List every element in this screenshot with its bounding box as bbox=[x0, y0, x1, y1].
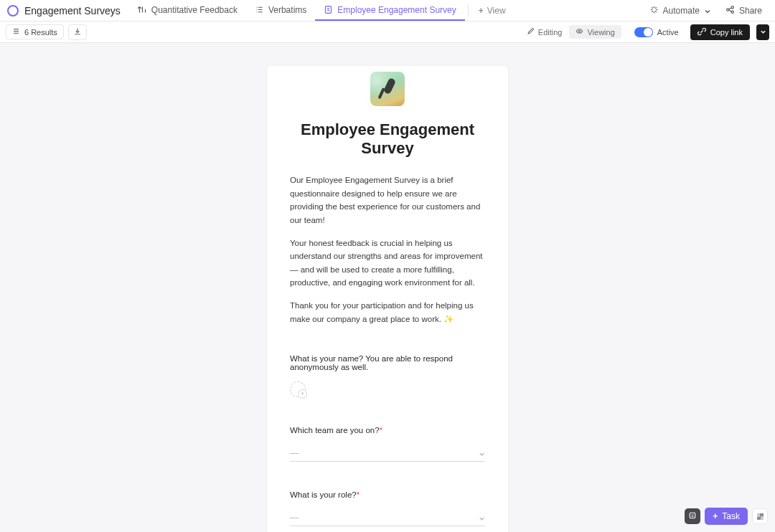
copy-link-label: Copy link bbox=[710, 28, 743, 37]
results-label: 6 Results bbox=[24, 28, 57, 37]
question-label: Which team are you on?* bbox=[290, 426, 485, 434]
form-icon bbox=[324, 5, 333, 14]
mode-editing[interactable]: Editing bbox=[524, 27, 565, 37]
svg-rect-0 bbox=[326, 6, 332, 14]
select-value: — bbox=[290, 513, 299, 523]
active-toggle-group: Active bbox=[634, 27, 679, 37]
tab-label: Employee Engagement Survey bbox=[337, 5, 456, 15]
question-team: Which team are you on?* — bbox=[290, 426, 485, 462]
question-label: What is your name? You are able to respo… bbox=[290, 354, 485, 371]
mode-viewing[interactable]: Viewing bbox=[569, 25, 621, 39]
mode-editing-label: Editing bbox=[538, 28, 563, 37]
chevron-down-icon bbox=[479, 514, 485, 521]
svg-rect-5 bbox=[690, 513, 696, 518]
top-bar: Engagement Surveys Quantitative Feedback… bbox=[0, 0, 775, 22]
waterfall-icon bbox=[138, 5, 147, 14]
svg-point-1 bbox=[727, 8, 729, 10]
share-button[interactable]: Share bbox=[718, 0, 769, 21]
workspace-title: Engagement Surveys bbox=[24, 5, 121, 16]
select-value: — bbox=[290, 448, 299, 458]
svg-point-3 bbox=[731, 11, 733, 13]
apps-button[interactable] bbox=[752, 508, 768, 524]
svg-point-2 bbox=[731, 6, 733, 8]
divider bbox=[468, 4, 469, 16]
plus-icon: + bbox=[713, 511, 718, 521]
mode-segmented: Editing Viewing bbox=[524, 25, 621, 39]
automate-label: Automate bbox=[663, 6, 700, 16]
notes-button[interactable] bbox=[685, 508, 700, 524]
copy-link-menu[interactable] bbox=[756, 24, 769, 40]
workspace-brand[interactable]: Engagement Surveys bbox=[7, 0, 121, 21]
floating-actions: + Task bbox=[685, 508, 768, 525]
tab-label: Verbatims bbox=[268, 5, 306, 15]
workspace-icon bbox=[7, 5, 19, 16]
svg-point-4 bbox=[579, 30, 581, 32]
eye-icon bbox=[576, 27, 583, 37]
automate-button[interactable]: Automate bbox=[642, 0, 718, 21]
form-intro: Our Employee Engagement Survey is a brie… bbox=[290, 174, 485, 326]
question-name: What is your name? You are able to respo… bbox=[290, 354, 485, 397]
automation-icon bbox=[649, 5, 659, 16]
intro-paragraph: Thank you for your participation and for… bbox=[290, 299, 485, 326]
select-input[interactable]: — bbox=[290, 509, 485, 526]
tab-label: Quantitative Feedback bbox=[151, 5, 238, 15]
mode-viewing-label: Viewing bbox=[587, 28, 614, 37]
pencil-icon bbox=[527, 27, 535, 37]
share-icon bbox=[725, 5, 735, 16]
form-title: Employee Engagement Survey bbox=[290, 120, 485, 158]
plus-icon: + bbox=[479, 6, 484, 16]
list-icon bbox=[255, 5, 264, 14]
chevron-down-icon bbox=[760, 28, 766, 37]
toolbar: 6 Results Editing Viewing Active Copy li… bbox=[0, 22, 775, 43]
form-hero-image bbox=[370, 72, 405, 106]
question-label: What is your role?* bbox=[290, 490, 485, 499]
download-icon bbox=[73, 27, 82, 37]
download-button[interactable] bbox=[68, 24, 87, 40]
intro-paragraph: Your honest feedback is crucial in helpi… bbox=[290, 237, 485, 290]
form-viewport[interactable]: Employee Engagement Survey Our Employee … bbox=[0, 43, 775, 532]
list-icon bbox=[12, 27, 20, 37]
select-input[interactable]: — bbox=[290, 445, 485, 462]
form-card: Employee Engagement Survey Our Employee … bbox=[267, 66, 508, 532]
tab-quantitative-feedback[interactable]: Quantitative Feedback bbox=[129, 0, 246, 21]
active-toggle[interactable] bbox=[634, 27, 653, 37]
assignee-input[interactable] bbox=[290, 381, 306, 397]
new-task-button[interactable]: + Task bbox=[705, 508, 748, 525]
active-label: Active bbox=[657, 28, 679, 37]
add-view-label: View bbox=[487, 6, 506, 16]
link-icon bbox=[698, 27, 706, 37]
chevron-down-icon bbox=[479, 450, 485, 456]
add-view-button[interactable]: + View bbox=[471, 0, 513, 21]
view-tabs: Quantitative Feedback Verbatims Employee… bbox=[129, 0, 513, 21]
tab-employee-engagement-survey[interactable]: Employee Engagement Survey bbox=[315, 0, 464, 21]
results-button[interactable]: 6 Results bbox=[6, 24, 64, 39]
share-label: Share bbox=[739, 6, 762, 16]
intro-paragraph: Our Employee Engagement Survey is a brie… bbox=[290, 174, 485, 227]
tab-verbatims[interactable]: Verbatims bbox=[246, 0, 315, 21]
grid-icon bbox=[757, 513, 764, 520]
chevron-down-icon bbox=[704, 7, 711, 14]
task-label: Task bbox=[722, 511, 740, 521]
copy-link-button[interactable]: Copy link bbox=[690, 24, 750, 40]
note-icon bbox=[688, 510, 697, 523]
question-role: What is your role?* — bbox=[290, 490, 485, 526]
